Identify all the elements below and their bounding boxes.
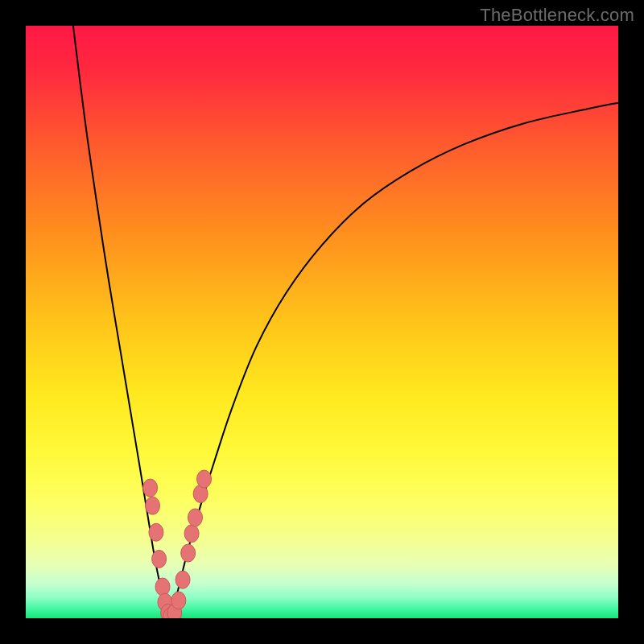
highlight-dot [152,550,167,568]
highlight-dot [181,544,196,562]
highlight-dot [149,523,163,541]
highlight-dot [197,470,212,488]
curve-layer [26,26,618,618]
watermark-text: TheBottleneck.com [480,5,634,26]
highlight-dot [175,571,190,588]
chart-frame: TheBottleneck.com [0,0,644,644]
highlight-dot [171,592,186,609]
highlight-dot [155,578,170,596]
plot-area [26,26,618,618]
highlight-dot [146,497,160,514]
highlight-dot [188,509,203,526]
curve-right-branch [170,103,618,617]
highlight-dot [143,479,158,497]
highlight-dot [184,525,199,543]
